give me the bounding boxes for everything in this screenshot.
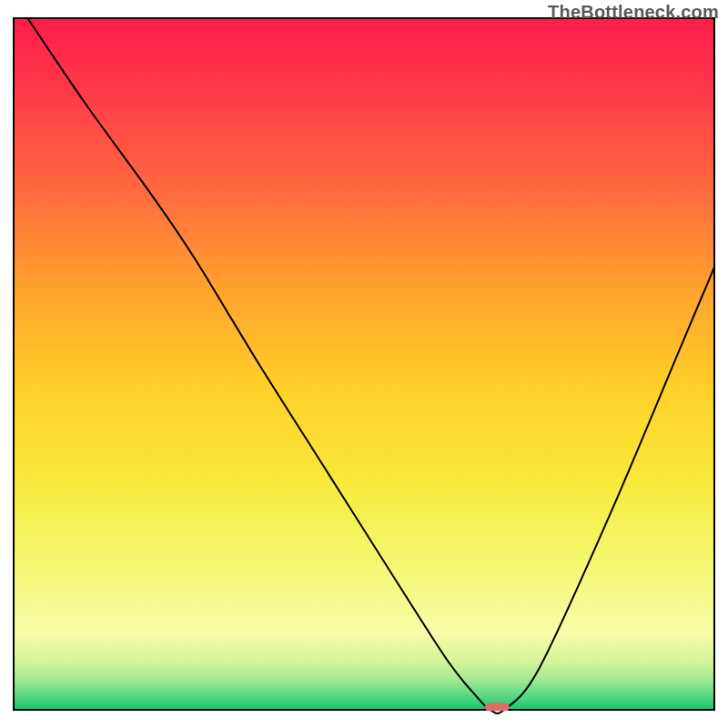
watermark-text: TheBottleneck.com (548, 2, 719, 23)
gradient-top (14, 18, 714, 633)
optimal-marker (485, 703, 510, 711)
chart-container: TheBottleneck.com (0, 0, 728, 728)
bottleneck-chart (0, 0, 728, 728)
gradient-band (14, 633, 714, 710)
